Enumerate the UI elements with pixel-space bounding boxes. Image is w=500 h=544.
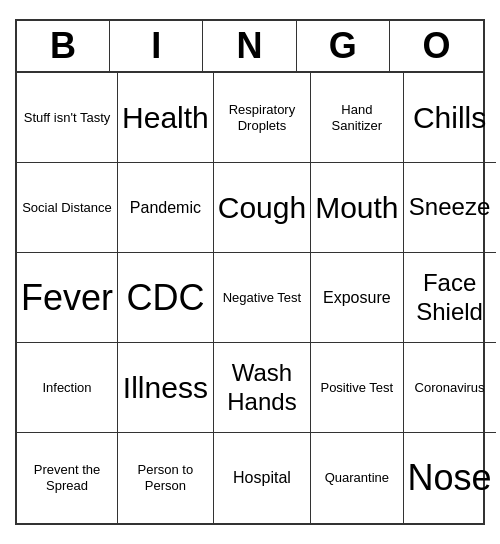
bingo-cell-7: Cough bbox=[214, 163, 311, 253]
cell-text-18: Positive Test bbox=[320, 380, 393, 396]
cell-text-3: Hand Sanitizer bbox=[315, 102, 398, 133]
cell-text-13: Exposure bbox=[323, 288, 391, 307]
bingo-cell-23: Quarantine bbox=[311, 433, 403, 523]
cell-text-17: Wash Hands bbox=[218, 359, 306, 417]
cell-text-12: Negative Test bbox=[223, 290, 302, 306]
header-g: G bbox=[297, 21, 390, 71]
cell-text-16: Illness bbox=[123, 370, 208, 406]
bingo-cell-4: Chills bbox=[404, 73, 496, 163]
cell-text-19: Coronavirus bbox=[415, 380, 485, 396]
cell-text-11: CDC bbox=[126, 276, 204, 319]
cell-text-0: Stuff isn't Tasty bbox=[24, 110, 111, 126]
header-i: I bbox=[110, 21, 203, 71]
cell-text-6: Pandemic bbox=[130, 198, 201, 217]
bingo-cell-16: Illness bbox=[118, 343, 214, 433]
bingo-cell-12: Negative Test bbox=[214, 253, 311, 343]
cell-text-4: Chills bbox=[413, 100, 486, 136]
cell-text-7: Cough bbox=[218, 190, 306, 226]
bingo-cell-6: Pandemic bbox=[118, 163, 214, 253]
bingo-cell-21: Person to Person bbox=[118, 433, 214, 523]
header-b: B bbox=[17, 21, 110, 71]
cell-text-14: Face Shield bbox=[408, 269, 492, 327]
cell-text-22: Hospital bbox=[233, 468, 291, 487]
bingo-grid: Stuff isn't TastyHealthRespiratory Dropl… bbox=[17, 73, 483, 523]
cell-text-20: Prevent the Spread bbox=[21, 462, 113, 493]
bingo-header: B I N G O bbox=[17, 21, 483, 73]
bingo-cell-15: Infection bbox=[17, 343, 118, 433]
bingo-cell-9: Sneeze bbox=[404, 163, 496, 253]
bingo-cell-1: Health bbox=[118, 73, 214, 163]
cell-text-10: Fever bbox=[21, 276, 113, 319]
bingo-cell-14: Face Shield bbox=[404, 253, 496, 343]
bingo-cell-20: Prevent the Spread bbox=[17, 433, 118, 523]
bingo-cell-3: Hand Sanitizer bbox=[311, 73, 403, 163]
header-n: N bbox=[203, 21, 296, 71]
cell-text-24: Nose bbox=[408, 456, 492, 499]
bingo-card: B I N G O Stuff isn't TastyHealthRespira… bbox=[15, 19, 485, 525]
cell-text-2: Respiratory Droplets bbox=[218, 102, 306, 133]
bingo-cell-8: Mouth bbox=[311, 163, 403, 253]
cell-text-15: Infection bbox=[42, 380, 91, 396]
cell-text-1: Health bbox=[122, 100, 209, 136]
bingo-cell-11: CDC bbox=[118, 253, 214, 343]
header-o: O bbox=[390, 21, 483, 71]
bingo-cell-13: Exposure bbox=[311, 253, 403, 343]
bingo-cell-0: Stuff isn't Tasty bbox=[17, 73, 118, 163]
cell-text-21: Person to Person bbox=[122, 462, 209, 493]
bingo-cell-18: Positive Test bbox=[311, 343, 403, 433]
cell-text-8: Mouth bbox=[315, 190, 398, 226]
cell-text-23: Quarantine bbox=[325, 470, 389, 486]
bingo-cell-5: Social Distance bbox=[17, 163, 118, 253]
cell-text-9: Sneeze bbox=[409, 193, 490, 222]
cell-text-5: Social Distance bbox=[22, 200, 112, 216]
bingo-cell-10: Fever bbox=[17, 253, 118, 343]
bingo-cell-24: Nose bbox=[404, 433, 496, 523]
bingo-cell-22: Hospital bbox=[214, 433, 311, 523]
bingo-cell-2: Respiratory Droplets bbox=[214, 73, 311, 163]
bingo-cell-17: Wash Hands bbox=[214, 343, 311, 433]
bingo-cell-19: Coronavirus bbox=[404, 343, 496, 433]
